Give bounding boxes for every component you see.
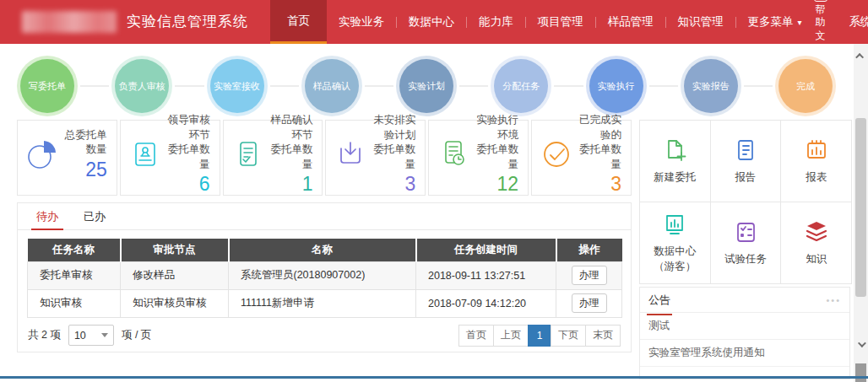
help-docs-button[interactable]: ? 帮助文档 <box>814 0 827 56</box>
workflow-connector <box>459 85 488 87</box>
pie-chart-icon <box>25 137 61 171</box>
cell-action: 办理 <box>556 289 622 317</box>
workflow-connector <box>175 85 203 87</box>
announcement-item[interactable]: 实验室管理系统使用通知 <box>640 340 849 367</box>
nav-item-data-center[interactable]: 数据中心 <box>397 0 466 44</box>
first-page-button[interactable]: 首页 <box>458 325 494 347</box>
workflow-step-write-order: 写委托单 <box>20 59 74 113</box>
bottom-divider <box>0 376 868 379</box>
pagination: 共 2 项 10 项 / 页 首页 上页 1 下页 末页 <box>18 320 631 352</box>
workflow-step-experiment-report: 实验报告 <box>684 59 738 113</box>
help-icon: ? <box>814 0 827 2</box>
stat-card-unscheduled-plan[interactable]: 未安排实验计划委托单数量 3 <box>325 120 426 196</box>
shortcut-report[interactable]: 报告 <box>710 120 782 202</box>
announcement-item[interactable]: 测试 <box>640 313 849 340</box>
app-logo <box>22 11 117 33</box>
prev-page-button[interactable]: 上页 <box>493 325 529 347</box>
stat-card-executing[interactable]: 实验执行环境委托单数量 12 <box>428 120 529 196</box>
last-page-button[interactable]: 末页 <box>585 325 621 347</box>
shortcut-label: 新建委托 <box>654 169 696 185</box>
task-table: 任务名称 审批节点 名称 任务创建时间 操作 委托单审核 修改样品 系统管理员(… <box>27 239 622 318</box>
handle-task-button[interactable]: 办理 <box>572 266 607 285</box>
tab-done[interactable]: 已办 <box>84 203 106 229</box>
navbar: 实验信息管理系统 首页 实验业务 数据中心 能力库 项目管理 样品管理 知识管理… <box>0 0 868 44</box>
cell-approval-node: 修改样品 <box>121 261 229 289</box>
check-circle-icon <box>540 137 575 171</box>
total-count-label: 共 2 项 <box>28 328 61 342</box>
scrollbar-segment[interactable] <box>855 363 866 382</box>
workflow-connector <box>80 85 109 87</box>
handle-task-button[interactable]: 办理 <box>572 293 607 313</box>
navbar-right: ? 帮助文档 系统管理员 <box>814 0 868 44</box>
vertical-scrollbar[interactable] <box>854 44 868 382</box>
report-document-icon <box>733 137 758 163</box>
cell-approval-node: 知识审核员审核 <box>121 289 229 317</box>
stat-value: 3 <box>575 173 621 196</box>
user-menu[interactable]: 系统管理员 <box>849 14 868 30</box>
workflow-step-complete: 完成 <box>778 59 833 113</box>
stat-cards: 总委托单数量 25 领导审核环节委托单数量 6 样品确认环节委托单数量 1 未安… <box>17 120 632 196</box>
shortcut-label: 试验任务 <box>724 251 767 266</box>
announcement-panel: 公告 ••• 测试 实验室管理系统使用通知 <box>639 287 850 379</box>
shortcut-label: 数据中心（游客） <box>654 244 696 274</box>
shortcut-test-tasks[interactable]: 试验任务 <box>710 202 782 284</box>
stat-label: 未安排实验计划委托单数量 <box>369 113 415 172</box>
stat-card-sample-confirm[interactable]: 样品确认环节委托单数量 1 <box>223 120 323 196</box>
tasks-panel: 待办 已办 任务名称 审批节点 名称 任务创建时间 操作 委托单审核 修改样品 … <box>17 202 632 352</box>
workflow-step-experiment-plan: 实验计划 <box>399 59 453 113</box>
cell-task-name: 委托单审核 <box>28 261 121 289</box>
shortcut-knowledge[interactable]: 知识 <box>780 202 852 284</box>
shortcut-new-entrust[interactable]: 新建委托 <box>639 120 711 202</box>
new-entrust-icon <box>662 137 687 163</box>
app-title: 实验信息管理系统 <box>127 0 248 44</box>
stat-value: 12 <box>472 173 518 196</box>
shortcut-label: 知识 <box>806 251 827 266</box>
stat-card-total-orders[interactable]: 总委托单数量 25 <box>17 120 117 196</box>
column-header-created-time: 任务创建时间 <box>416 239 556 261</box>
stamp-icon <box>128 137 164 171</box>
column-header-name: 名称 <box>229 239 416 261</box>
page-size-select[interactable]: 10 <box>68 325 114 346</box>
page-size-value: 10 <box>74 330 86 342</box>
nav-item-knowledge-management[interactable]: 知识管理 <box>666 0 735 44</box>
cell-action: 办理 <box>556 261 622 289</box>
workflow-connector <box>744 85 773 87</box>
shortcut-data-center-guest[interactable]: 数据中心（游客） <box>639 202 711 284</box>
stat-label: 领导审核环节委托单数量 <box>164 113 210 172</box>
workflow-step-sample-confirm: 样品确认 <box>305 59 359 113</box>
data-center-icon <box>662 212 687 237</box>
stat-card-leader-review[interactable]: 领导审核环节委托单数量 6 <box>120 120 220 196</box>
nav-item-more-menu[interactable]: 更多菜单 ▾ <box>736 0 814 44</box>
nav-item-experiment-business[interactable]: 实验业务 <box>327 0 396 44</box>
nav-item-sample-management[interactable]: 样品管理 <box>596 0 665 44</box>
announcement-title: 公告 <box>648 293 670 308</box>
task-tabs: 待办 已办 <box>18 203 631 230</box>
task-checklist-icon <box>733 219 758 245</box>
per-page-label: 项 / 页 <box>122 328 151 342</box>
table-row: 知识审核 知识审核员审核 111111新增申请 2018-07-09 14:12… <box>28 289 622 317</box>
download-tray-icon <box>334 137 369 171</box>
main-nav: 首页 实验业务 数据中心 能力库 项目管理 样品管理 知识管理 更多菜单 ▾ <box>270 0 814 44</box>
nav-item-project-management[interactable]: 项目管理 <box>526 0 595 44</box>
shortcut-report-forms[interactable]: 报表 <box>780 120 852 202</box>
stat-label: 实验执行环境委托单数量 <box>472 113 518 172</box>
nav-item-home[interactable]: 首页 <box>270 0 327 44</box>
tab-todo[interactable]: 待办 <box>36 203 58 229</box>
cell-created-time: 2018-07-09 14:12:20 <box>416 289 556 317</box>
document-check-icon <box>231 137 267 171</box>
cell-created-time: 2018-09-11 13:27:51 <box>416 261 556 289</box>
nav-item-capability-library[interactable]: 能力库 <box>467 0 525 44</box>
page-number-button[interactable]: 1 <box>528 325 551 347</box>
scroll-up-icon[interactable] <box>854 49 868 62</box>
workflow-step-assign-task: 分配任务 <box>494 59 548 113</box>
document-clock-icon <box>437 137 472 171</box>
workflow-step-leader-review: 负责人审核 <box>115 59 169 113</box>
stat-card-completed[interactable]: 已完成实验的委托单数量 3 <box>531 120 632 196</box>
cell-name: 系统管理员(20180907002) <box>229 261 416 289</box>
workflow-step-lab-receive: 实验室接收 <box>210 59 264 113</box>
next-page-button[interactable]: 下页 <box>551 325 586 347</box>
scroll-down-icon[interactable] <box>854 337 868 351</box>
scrollbar-thumb[interactable] <box>855 118 866 297</box>
more-options-icon[interactable]: ••• <box>826 295 841 305</box>
stat-label: 已完成实验的委托单数量 <box>575 113 621 172</box>
